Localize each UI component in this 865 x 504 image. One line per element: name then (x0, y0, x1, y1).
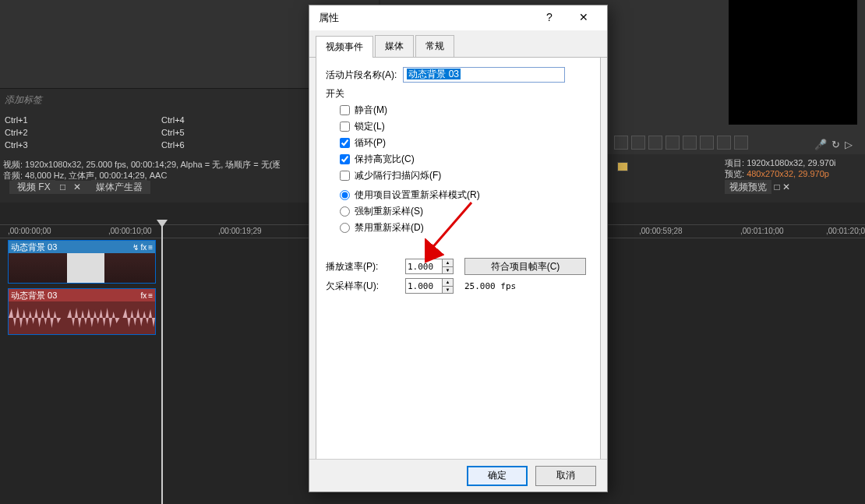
cancel-button[interactable]: 取消 (535, 466, 596, 486)
lock-label: 锁定(L) (355, 120, 385, 133)
undersample-input[interactable] (406, 281, 442, 291)
playhead[interactable] (161, 221, 163, 504)
waveform-icon (9, 305, 155, 331)
toolbar-button[interactable] (734, 136, 748, 150)
lower-tabs: 视频 FX □ ✕ 媒体产生器 (9, 181, 150, 194)
tab-general[interactable]: 常规 (415, 35, 454, 57)
time-tick: ,00:01:20;00 (826, 227, 865, 235)
resample-project-label: 使用项目设置重新采样模式(R) (355, 189, 480, 202)
project-preview-info: 项目: 1920x1080x32, 29.970i 预览: 480x270x32… (725, 157, 862, 179)
tab-video-preview[interactable]: 视频预览 (725, 180, 771, 194)
time-tick: ,00:00:00;00 (8, 227, 51, 235)
mute-label: 静音(M) (355, 104, 387, 117)
shortcut-cell[interactable]: Ctrl+6 (161, 140, 316, 150)
tab-box-icon[interactable]: □ (774, 182, 779, 192)
shortcut-cell[interactable]: Ctrl+3 (5, 140, 159, 150)
shortcut-cell[interactable]: Ctrl+2 (5, 128, 159, 137)
tab-video-event[interactable]: 视频事件 (316, 36, 373, 58)
lock-checkbox[interactable] (340, 122, 350, 132)
audio-clip-body[interactable] (9, 301, 155, 334)
help-button[interactable]: ? (532, 7, 567, 29)
undersample-spinbox[interactable]: ▲▼ (405, 278, 454, 294)
project-label: 项目: (725, 158, 744, 167)
resample-disable-label: 禁用重新采样(D) (355, 221, 424, 234)
clipname-value: 动态背景 03 (407, 69, 461, 79)
switch-label: 开关 (326, 87, 591, 100)
clip-menu-icon[interactable]: ≡ (148, 243, 153, 252)
video-clip-header[interactable]: 动态背景 03 ↯ fx ≡ (9, 241, 155, 253)
add-tag-hint: 添加标签 (5, 93, 42, 107)
toolbar-button[interactable] (683, 136, 697, 150)
toolbar-button[interactable] (700, 136, 714, 150)
tab-video-fx[interactable]: 视频 FX (12, 180, 55, 194)
tab-box-icon[interactable]: □ (60, 182, 65, 192)
loop-label: 循环(P) (355, 136, 386, 150)
loop-checkbox[interactable] (340, 138, 350, 148)
clip-fx-icon[interactable]: fx (140, 291, 147, 300)
audio-clip[interactable]: 动态背景 03 fx ≡ (8, 288, 156, 335)
time-tick: ,00:00:59;28 (639, 227, 683, 235)
audio-clip-header[interactable]: 动态背景 03 fx ≡ (9, 289, 155, 301)
playrate-label: 播放速率(P): (326, 260, 405, 273)
reduce-flicker-label: 减少隔行扫描闪烁(F) (355, 169, 441, 182)
dialog-tabs: 视频事件 媒体 常规 (309, 30, 607, 58)
clipname-input[interactable]: 动态背景 03 (403, 67, 565, 83)
shortcut-cell[interactable]: Ctrl+5 (161, 128, 316, 137)
dialog-title: 属性 (319, 11, 339, 25)
time-tick: ,00:01:10;00 (740, 227, 784, 235)
toolbar-button[interactable] (614, 136, 628, 150)
spin-down-icon[interactable]: ▼ (442, 266, 453, 273)
clip-handle-icon[interactable]: ↯ (132, 243, 139, 252)
mic-icon[interactable]: 🎤 (814, 139, 827, 150)
fit-framerate-button[interactable]: 符合项目帧率(C) (464, 258, 586, 275)
shortcut-cell[interactable]: Ctrl+1 (5, 115, 159, 125)
preview-label: 预览: (725, 169, 744, 178)
undersample-label: 欠采样率(U): (326, 280, 405, 293)
dialog-footer: 确定 取消 (309, 459, 607, 492)
resample-force-radio[interactable] (340, 206, 350, 217)
tab-media-generator[interactable]: 媒体产生器 (91, 180, 147, 194)
tab-close-icon[interactable]: ✕ (782, 182, 790, 192)
clip-name: 动态背景 03 (11, 290, 57, 301)
clipname-row: 活动片段名称(A): 动态背景 03 (326, 67, 591, 83)
toolbar-button[interactable] (717, 136, 731, 150)
play-icon[interactable]: ▷ (845, 139, 853, 150)
folder-icon[interactable] (617, 162, 628, 171)
playrate-input[interactable] (406, 262, 442, 272)
playrate-spinbox[interactable]: ▲▼ (405, 259, 454, 274)
resample-project-radio[interactable] (340, 190, 350, 200)
resample-disable-radio[interactable] (340, 223, 350, 233)
properties-dialog: 属性 ? ✕ 视频事件 媒体 常规 活动片段名称(A): 动态背景 03 开关 … (309, 5, 608, 492)
video-clip[interactable]: 动态背景 03 ↯ fx ≡ (8, 240, 156, 284)
mute-checkbox[interactable] (340, 105, 350, 115)
close-button[interactable]: ✕ (567, 7, 601, 29)
toolbar-button[interactable] (648, 136, 662, 150)
aspect-checkbox[interactable] (340, 154, 350, 164)
aspect-label: 保持高宽比(C) (355, 153, 415, 166)
resample-force-label: 强制重新采样(S) (355, 205, 423, 218)
clip-menu-icon[interactable]: ≡ (148, 291, 153, 300)
reduce-flicker-checkbox[interactable] (340, 171, 350, 181)
spin-up-icon[interactable]: ▲ (442, 259, 453, 266)
undersample-row: 欠采样率(U): ▲▼ 25.000 fps (326, 278, 591, 294)
tab-close-icon[interactable]: ✕ (73, 182, 81, 192)
playrate-row: 播放速率(P): ▲▼ 符合项目帧率(C) (326, 258, 591, 275)
toolbar-button[interactable] (666, 136, 680, 150)
clipname-label: 活动片段名称(A): (326, 69, 397, 82)
switch-group: 静音(M) 锁定(L) 循环(P) 保持高宽比(C) 减少隔行扫描闪烁(F) 使… (340, 104, 591, 234)
preview-toolbar (614, 136, 748, 150)
record-controls: 🎤 ↻ ▷ (814, 139, 853, 150)
dialog-titlebar[interactable]: 属性 ? ✕ (309, 5, 607, 30)
tab-media[interactable]: 媒体 (375, 35, 414, 57)
video-clip-body[interactable] (9, 253, 155, 283)
spin-down-icon[interactable]: ▼ (442, 286, 453, 293)
spin-up-icon[interactable]: ▲ (442, 279, 453, 286)
shortcut-cell[interactable]: Ctrl+4 (161, 115, 316, 125)
fps-label: 25.000 fps (464, 281, 516, 291)
clip-name: 动态背景 03 (11, 241, 57, 253)
ok-button[interactable]: 确定 (467, 466, 528, 486)
loop-icon[interactable]: ↻ (831, 139, 840, 150)
dialog-body: 活动片段名称(A): 动态背景 03 开关 静音(M) 锁定(L) 循环(P) … (316, 58, 601, 477)
toolbar-button[interactable] (631, 136, 645, 150)
clip-fx-icon[interactable]: fx (140, 243, 147, 252)
